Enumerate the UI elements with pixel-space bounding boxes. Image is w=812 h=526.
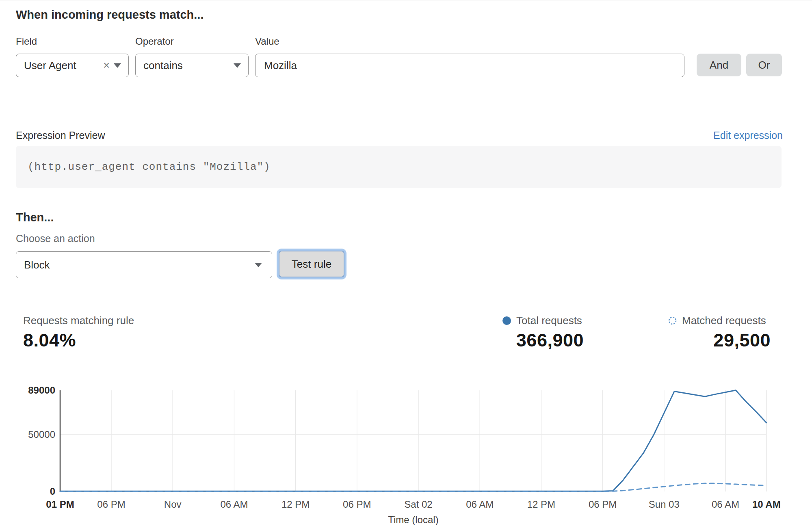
matched-requests-dashed-circle-icon <box>668 316 677 325</box>
svg-text:10 AM: 10 AM <box>752 499 781 510</box>
stat-matching-rule: Requests matching rule 8.04% <box>23 314 134 351</box>
requests-line-chart: 8900050000001 PM06 PMNov06 AM12 PM06 PMS… <box>0 378 812 526</box>
stat-total-label: Total requests <box>516 314 582 327</box>
svg-text:06 AM: 06 AM <box>466 499 494 510</box>
or-button[interactable]: Or <box>746 54 782 76</box>
expression-code-box: (http.user_agent contains "Mozilla") <box>16 146 782 188</box>
stat-total-value: 366,900 <box>502 330 584 351</box>
svg-text:Nov: Nov <box>164 499 182 510</box>
chevron-down-icon[interactable] <box>234 63 241 68</box>
firewall-rule-editor: When incoming requests match... Field Op… <box>0 0 812 526</box>
stat-matched-label: Matched requests <box>682 314 766 327</box>
svg-text:06 PM: 06 PM <box>343 499 371 510</box>
clear-field-icon[interactable]: × <box>99 60 114 71</box>
test-rule-button[interactable]: Test rule <box>279 251 344 277</box>
svg-text:06 PM: 06 PM <box>97 499 125 510</box>
stat-matching-label: Requests matching rule <box>23 314 134 327</box>
top-divider <box>0 0 812 0</box>
svg-text:50000: 50000 <box>28 429 55 440</box>
svg-text:0: 0 <box>50 486 55 497</box>
field-label: Field <box>16 36 37 47</box>
value-input[interactable] <box>255 54 684 77</box>
total-requests-dot-icon <box>502 316 511 325</box>
action-select[interactable]: Block <box>16 251 272 278</box>
field-select-value: User Agent <box>16 59 99 72</box>
operator-select-value: contains <box>136 59 234 72</box>
operator-label: Operator <box>135 36 174 47</box>
chevron-down-icon[interactable] <box>255 263 262 267</box>
chevron-down-icon[interactable] <box>114 63 121 68</box>
svg-text:Sat 02: Sat 02 <box>404 499 432 510</box>
svg-text:89000: 89000 <box>28 385 55 396</box>
and-button[interactable]: And <box>697 54 741 76</box>
operator-select[interactable]: contains <box>135 54 249 77</box>
chart-canvas: 8900050000001 PM06 PMNov06 AM12 PM06 PMS… <box>0 378 812 526</box>
stat-total-requests: Total requests 366,900 <box>502 314 584 351</box>
svg-text:06 AM: 06 AM <box>712 499 739 510</box>
svg-text:01 PM: 01 PM <box>46 499 74 510</box>
svg-text:12 PM: 12 PM <box>527 499 555 510</box>
expression-preview-label: Expression Preview <box>16 130 105 141</box>
stat-matching-value: 8.04% <box>23 330 134 351</box>
choose-action-label: Choose an action <box>16 233 95 245</box>
stat-matched-value: 29,500 <box>668 330 771 351</box>
svg-text:06 PM: 06 PM <box>589 499 617 510</box>
action-select-value: Block <box>16 259 255 271</box>
expression-code: (http.user_agent contains "Mozilla") <box>16 161 271 173</box>
value-label: Value <box>255 36 279 47</box>
edit-expression-link[interactable]: Edit expression <box>713 130 783 141</box>
then-heading: Then... <box>16 211 54 224</box>
stat-matched-requests: Matched requests 29,500 <box>668 314 771 351</box>
svg-text:06 AM: 06 AM <box>220 499 248 510</box>
svg-text:Time (local): Time (local) <box>388 514 438 525</box>
svg-text:Sun 03: Sun 03 <box>649 499 680 510</box>
match-section-heading: When incoming requests match... <box>16 8 204 22</box>
svg-text:12 PM: 12 PM <box>281 499 310 510</box>
field-select[interactable]: User Agent × <box>16 54 129 77</box>
